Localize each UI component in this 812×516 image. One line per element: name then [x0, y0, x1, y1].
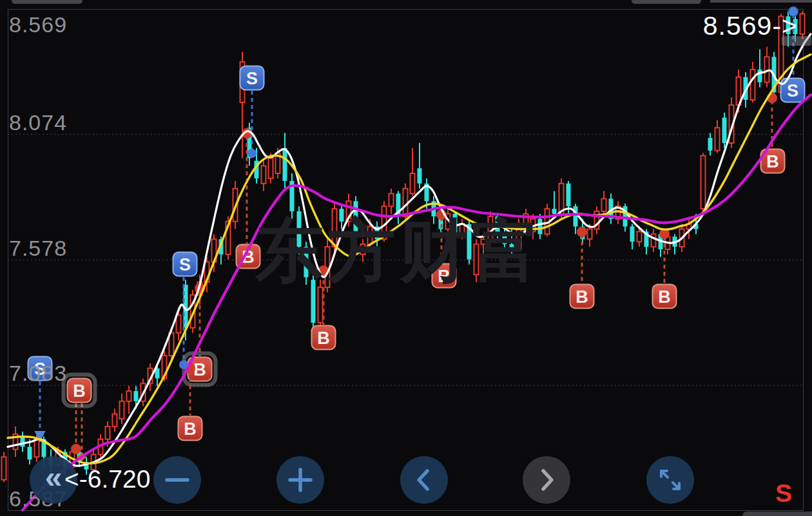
bottom-right-chip: [742, 511, 812, 516]
sell-badge-label: S: [179, 255, 191, 274]
candle-body-up: [411, 173, 415, 193]
pan-left-button[interactable]: [400, 456, 448, 504]
minus-icon: [164, 467, 190, 493]
kline-chart-screen: 东方财富 BBBBBBBBBSSSS 8.5698.0747.5787.0836…: [0, 0, 812, 516]
candle-body-down: [758, 70, 762, 82]
plus-icon: [287, 467, 313, 493]
buy-dot: [577, 227, 587, 237]
candle-body-up: [106, 426, 110, 439]
candle-body-down: [566, 184, 571, 206]
candle-body-up: [318, 287, 323, 323]
candle-body-up: [652, 234, 656, 247]
candle-body-down: [786, 16, 791, 34]
buy-dot: [71, 444, 81, 454]
top-middle-chip: [632, 0, 701, 4]
sell-badge-label: S: [787, 81, 798, 100]
candle-body-up: [389, 194, 394, 207]
candle-body-down: [630, 227, 635, 242]
chevron-right-icon: [534, 467, 559, 493]
buy-badge-label: B: [575, 287, 588, 307]
candle-body-up: [127, 391, 131, 401]
candle-body-up: [701, 156, 706, 209]
MA-slow-magenta: [23, 95, 811, 510]
zoom-in-button[interactable]: [276, 456, 324, 504]
candle-body-up: [800, 14, 805, 34]
candle-body-down: [552, 209, 557, 214]
expand-arrows-icon: [656, 466, 684, 494]
buy-badge-label: B: [193, 360, 206, 379]
chevron-left-icon: [411, 467, 437, 493]
sell-badge-label: S: [246, 69, 258, 88]
signal-pin-dot: [789, 7, 798, 17]
candle-body-up: [715, 128, 720, 150]
candle-body-down: [418, 168, 422, 184]
candle-body-up: [113, 414, 117, 427]
sell-badge-label: S: [34, 359, 46, 379]
buy-badge-label: B: [658, 287, 671, 307]
candle-body-down: [134, 391, 139, 401]
candle-body-down: [28, 447, 32, 460]
candle-body-up: [637, 232, 642, 242]
candle-body-up: [751, 70, 755, 100]
candle-body-up: [2, 457, 6, 479]
candle-body-up: [588, 229, 592, 240]
candle-body-up: [262, 166, 266, 184]
candle-body-down: [574, 206, 578, 226]
fullscreen-button[interactable]: [646, 456, 694, 504]
top-right-chip: [710, 0, 812, 3]
right-edge-chip: [782, 36, 811, 46]
jump-first-button[interactable]: «: [30, 456, 77, 504]
pan-right-button[interactable]: [523, 456, 570, 504]
candle-body-up: [177, 315, 181, 333]
candle-body-up: [35, 439, 39, 457]
candle-body-down: [708, 138, 713, 151]
zoom-out-button[interactable]: [153, 456, 201, 504]
candle-body-down: [21, 437, 25, 447]
buy-badge-label: B: [184, 419, 197, 439]
candle-body-down: [722, 118, 727, 143]
candle-body-up: [602, 198, 606, 211]
watermark: 东方财富: [255, 216, 544, 285]
sell-dot: [247, 149, 256, 158]
candle-body-down: [283, 148, 287, 181]
buy-badge-label: B: [766, 152, 779, 171]
buy-badge-label: B: [73, 381, 86, 401]
candle-body-up: [120, 401, 124, 419]
top-left-chip: [12, 0, 82, 4]
double-chevron-left-icon: «: [45, 462, 63, 493]
buy-badge-label: B: [317, 329, 330, 348]
candle-body-up: [269, 158, 273, 178]
